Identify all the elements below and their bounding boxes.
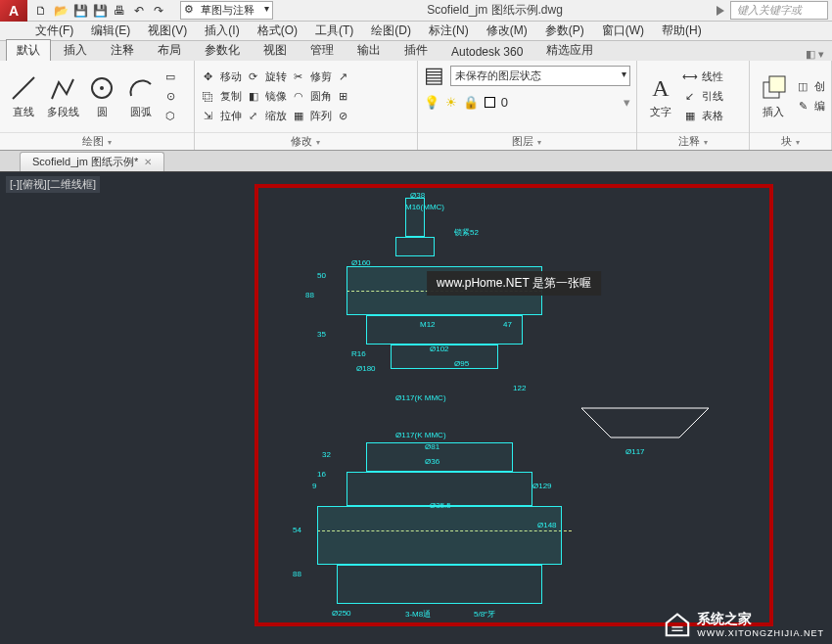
panel-draw-title[interactable]: 绘图 xyxy=(0,132,194,150)
menu-modify[interactable]: 修改(M) xyxy=(486,23,528,39)
circle-button[interactable]: 圆 xyxy=(84,73,119,119)
dim-top-0: Ø38 xyxy=(410,191,425,200)
tab-featured[interactable]: 精选应用 xyxy=(535,39,604,61)
draw-misc3[interactable]: ⬡ xyxy=(162,109,178,124)
move-button[interactable]: ✥移动 xyxy=(201,69,242,85)
panel-draw: 直线 多段线 圆 圆弧 ▭ ⊙ ⬡ 绘图 xyxy=(0,61,195,150)
save-icon[interactable]: 💾 xyxy=(72,3,88,19)
layer-color-swatch[interactable] xyxy=(485,97,495,108)
modify-ext3[interactable]: ⊘ xyxy=(336,109,351,124)
saveas-icon[interactable]: 💾 xyxy=(92,3,108,19)
lock-icon[interactable]: 🔒 xyxy=(463,95,479,110)
play-icon[interactable] xyxy=(716,6,724,16)
tab-a360[interactable]: Autodesk 360 xyxy=(440,42,533,61)
redo-icon[interactable]: ↷ xyxy=(151,3,166,19)
menu-file[interactable]: 文件(F) xyxy=(35,23,73,39)
viewport-label[interactable]: [-][俯视][二维线框] xyxy=(6,176,100,193)
rotate-button[interactable]: ⟳旋转 xyxy=(246,69,287,85)
mirror-button[interactable]: ◧镜像 xyxy=(246,89,287,105)
tab-layout[interactable]: 布局 xyxy=(147,39,192,61)
scale-button[interactable]: ⤢缩放 xyxy=(246,109,287,124)
arc-button[interactable]: 圆弧 xyxy=(123,73,159,119)
leader-button[interactable]: ↙引线 xyxy=(682,89,723,105)
close-icon[interactable]: ✕ xyxy=(144,157,152,167)
create-icon: ◫ xyxy=(795,79,810,95)
app-icon[interactable]: A xyxy=(0,0,27,22)
new-icon[interactable]: 🗋 xyxy=(33,3,49,19)
tab-manage[interactable]: 管理 xyxy=(300,39,345,61)
stretch-button[interactable]: ⇲拉伸 xyxy=(201,109,242,124)
dim-top-11: Ø102 xyxy=(430,345,449,353)
undo-icon[interactable]: ↶ xyxy=(131,3,147,19)
dim-bot-7: Ø35.5 xyxy=(430,501,451,510)
insert-icon xyxy=(759,73,788,103)
dim-top-5: 88 xyxy=(305,291,314,299)
modify-ext1[interactable]: ↗ xyxy=(336,69,351,85)
move-label: 移动 xyxy=(220,69,242,84)
insert-block-button[interactable]: 插入 xyxy=(756,73,791,119)
sun-icon[interactable]: ☀ xyxy=(445,95,457,110)
drawing-canvas[interactable]: [-][俯视][二维线框] Ø38 M16(MMC) 锁紧52 Ø160 50 … xyxy=(0,172,832,644)
bulb-icon[interactable]: 💡 xyxy=(424,95,439,110)
modify-ext2[interactable]: ⊞ xyxy=(336,89,351,105)
menu-edit[interactable]: 编辑(E) xyxy=(91,23,130,39)
workspace-dropdown[interactable]: 草图与注释 xyxy=(180,1,273,20)
draw-misc2[interactable]: ⊙ xyxy=(162,89,178,105)
dim-bot-0: Ø117(K MMC) xyxy=(395,431,446,439)
menu-dimension[interactable]: 标注(N) xyxy=(429,23,469,39)
menu-view[interactable]: 视图(V) xyxy=(148,23,187,39)
draw-misc1[interactable]: ▭ xyxy=(162,69,178,85)
menu-param[interactable]: 参数(P) xyxy=(545,23,584,39)
text-button[interactable]: A 文字 xyxy=(643,73,678,119)
dim-bot-11: Ø250 xyxy=(332,609,351,618)
dim-top-1: M16(MMC) xyxy=(405,203,444,211)
tab-view[interactable]: 视图 xyxy=(253,39,298,61)
menu-insert[interactable]: 插入(I) xyxy=(205,23,239,39)
layer-properties-icon[interactable]: ▤ xyxy=(424,63,444,88)
open-icon[interactable]: 📂 xyxy=(53,3,69,19)
layer-state-dropdown[interactable]: 未保存的图层状态 xyxy=(450,66,630,86)
ribbon-tools-icon[interactable]: ◧ ▾ xyxy=(798,48,832,61)
tab-insert[interactable]: 插入 xyxy=(53,39,98,61)
edit-label: 编 xyxy=(814,99,825,114)
dim-bot-5: 9 xyxy=(312,482,316,490)
panel-modify-title[interactable]: 修改 xyxy=(195,132,417,150)
edit-block-button[interactable]: ✎编 xyxy=(795,99,825,115)
stretch-label: 拉伸 xyxy=(220,109,242,123)
menu-tools[interactable]: 工具(T) xyxy=(315,23,353,39)
linear-icon: ⟷ xyxy=(682,69,698,85)
print-icon[interactable]: 🖶 xyxy=(112,3,127,19)
table-button[interactable]: ▦表格 xyxy=(682,109,723,124)
dim-top-4: 50 xyxy=(317,271,326,280)
menu-draw[interactable]: 绘图(D) xyxy=(371,23,411,39)
array-button[interactable]: ▦阵列 xyxy=(291,109,332,124)
fillet-button[interactable]: ◠圆角 xyxy=(291,89,332,105)
dim-bot-12: 3-M8通 xyxy=(405,609,431,620)
edit-icon: ✎ xyxy=(795,99,810,115)
svg-rect-4 xyxy=(769,76,785,92)
tab-parametric[interactable]: 参数化 xyxy=(194,39,251,61)
search-input[interactable]: 键入关键字或 xyxy=(730,1,828,20)
panel-layer-title[interactable]: 图层 xyxy=(418,132,636,150)
tab-default[interactable]: 默认 xyxy=(6,39,51,61)
window-title: Scofield_jm 图纸示例.dwg xyxy=(273,2,716,19)
panel-annot-title[interactable]: 注释 xyxy=(637,132,749,150)
line-button[interactable]: 直线 xyxy=(6,73,41,119)
copy-button[interactable]: ⿻复制 xyxy=(201,89,242,105)
tab-annotate[interactable]: 注释 xyxy=(100,39,145,61)
panel-block-title[interactable]: 块 xyxy=(750,132,831,150)
tab-output[interactable]: 输出 xyxy=(347,39,392,61)
menu-help[interactable]: 帮助(H) xyxy=(662,23,702,39)
dim-bot-8: Ø148 xyxy=(537,521,557,529)
trim-button[interactable]: ✂修剪 xyxy=(291,69,332,85)
leader-icon: ↙ xyxy=(682,89,698,105)
doc-tab[interactable]: Scofield_jm 图纸示例* ✕ xyxy=(20,152,164,171)
polyline-button[interactable]: 多段线 xyxy=(45,73,80,119)
dim-bot-13: 5/8″牙 xyxy=(474,609,495,620)
dim-top-14: 122 xyxy=(513,384,526,392)
create-block-button[interactable]: ◫创 xyxy=(795,79,825,95)
linear-button[interactable]: ⟷线性 xyxy=(682,69,723,85)
menu-window[interactable]: 窗口(W) xyxy=(602,23,644,39)
tab-plugins[interactable]: 插件 xyxy=(393,39,439,61)
menu-format[interactable]: 格式(O) xyxy=(257,23,298,39)
